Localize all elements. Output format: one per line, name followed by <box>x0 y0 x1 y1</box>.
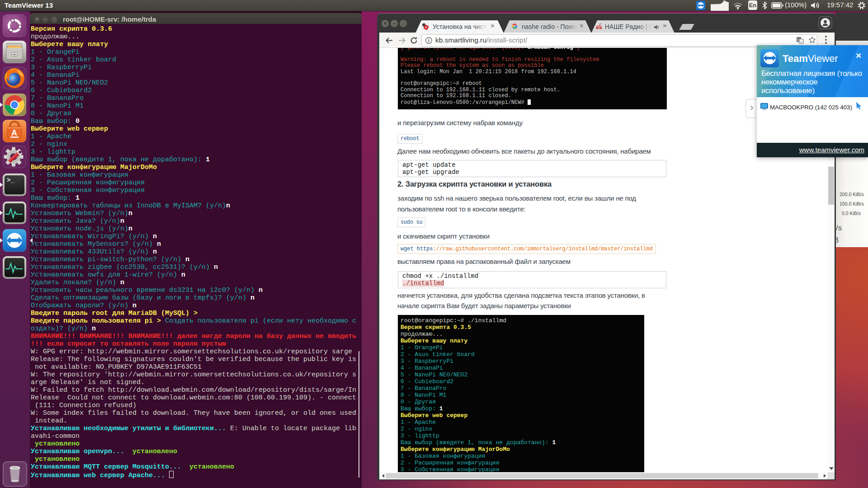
svg-text:A: A <box>11 128 17 137</box>
svg-text:x: x <box>800 40 802 44</box>
